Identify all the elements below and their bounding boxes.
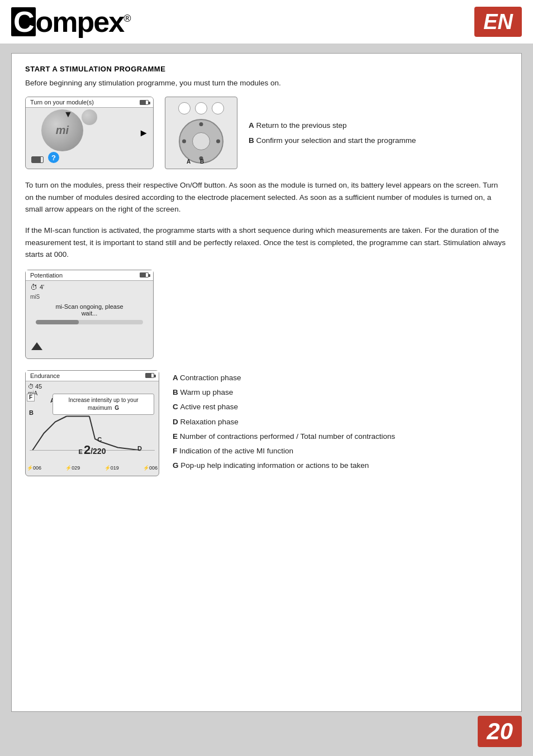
endurance-slash: /220 — [91, 447, 106, 456]
desc-b-line: B Confirm your selection and start the p… — [249, 135, 508, 147]
endurance-number: 2 — [84, 443, 91, 457]
desc-b-letter: B — [249, 136, 254, 145]
bottom-val-4: ⚡006 — [143, 465, 158, 471]
miscan-battery-icon — [140, 272, 149, 277]
miscan-body: ⏱ 4' miS mi-Scan ongoing, please wait... — [26, 281, 153, 355]
phase-item-b: B Warm up phase — [173, 387, 508, 398]
top-circles — [178, 102, 224, 114]
waveform-container: B — [27, 408, 158, 458]
ctrl-label-a: A — [187, 159, 191, 165]
module-label: mi — [56, 124, 69, 137]
question-icon: ? — [48, 152, 59, 163]
page-number: 20 — [478, 716, 522, 747]
phase-item-e: E Number of contractions performed / Tot… — [173, 431, 508, 442]
logo: Compex® — [11, 7, 130, 36]
miscan-text1: mi-Scan ongoing, please — [30, 303, 149, 310]
phase-text-c: Active rest phase — [180, 403, 239, 411]
device-row: Turn on your module(s) mi ? ► ▼ — [25, 97, 508, 169]
phase-item-a: A Contraction phase — [173, 372, 508, 384]
phase-letter-c: C — [173, 403, 180, 411]
miscan-screen: Potentiation ⏱ 4' miS mi-Scan ongoing, p… — [25, 270, 154, 359]
body-para-2: If the MI-scan function is activated, th… — [25, 224, 508, 261]
endurance-row: Endurance ⏱ 45 miA F A — [25, 370, 508, 476]
endurance-title: Endurance — [30, 372, 60, 379]
top-circle-3 — [212, 102, 224, 114]
bottom-val-1: ⚡006 — [27, 465, 41, 471]
d-label-waveform: D — [137, 445, 142, 452]
desc-b-text: Confirm your selection and start the pro… — [256, 136, 416, 145]
phase-item-g: G Pop-up help indicating information or … — [173, 460, 508, 471]
phase-text-g: Pop-up help indicating information or ac… — [180, 461, 369, 470]
control-screen: A B — [165, 97, 237, 169]
phase-letter-e: E — [173, 432, 180, 441]
phase-text-a: Contraction phase — [180, 374, 241, 382]
logo-text: Compex® — [11, 6, 130, 38]
phase-letter-g: G — [173, 461, 180, 470]
desc-a-line: A Return to the previous step — [249, 119, 508, 132]
phase-letter-a: A — [173, 374, 180, 382]
module-device-screen: Turn on your module(s) mi ? ► ▼ — [25, 97, 154, 169]
battery-level-box — [31, 156, 44, 163]
device-label: Turn on your module(s) — [30, 99, 94, 106]
phase-text-e: Number of contractions performed / Total… — [180, 432, 395, 441]
center-button — [192, 132, 210, 150]
arrow-down: ▼ — [64, 109, 73, 119]
endurance-popup-text1: Increase intensity up to your — [68, 397, 138, 403]
miscan-timer-icon: ⏱ — [30, 283, 37, 291]
top-circle-1 — [178, 102, 191, 114]
endurance-screen: Endurance ⏱ 45 miA F A — [25, 370, 159, 476]
top-circle-2 — [195, 102, 207, 114]
phase-text-d: Relaxation phase — [180, 418, 239, 426]
phase-text-b: Warm up phase — [180, 388, 234, 396]
nav-dot-top — [199, 122, 203, 126]
miscan-arrow-triangle — [31, 342, 42, 350]
nav-dot-right — [216, 140, 220, 143]
nav-ring — [179, 119, 223, 164]
header: Compex® EN — [0, 0, 533, 44]
phase-letter-f: F — [173, 447, 179, 455]
desc-a-letter: A — [249, 121, 254, 130]
e-number-area: E 2 /220 — [79, 443, 106, 457]
battery-icon — [140, 100, 149, 105]
nav-area: A B — [179, 119, 223, 164]
endurance-timer: 45 — [35, 383, 42, 390]
endurance-timer-icon: ⏱ — [28, 383, 34, 390]
ab-description: A Return to the previous step B Confirm … — [249, 119, 508, 147]
module-top-accessory — [82, 109, 97, 125]
miscan-title: Potentiation — [30, 272, 63, 279]
page-wrapper: Compex® EN START A STIMULATION PROGRAMME… — [0, 0, 533, 756]
bottom-val-3: ⚡019 — [104, 465, 119, 471]
section-title: START A STIMULATION PROGRAMME — [25, 65, 508, 73]
miscan-text2: wait... — [30, 310, 149, 317]
arrow-right: ► — [139, 127, 149, 139]
module-circle: mi — [41, 109, 83, 151]
miscan-progress-fill — [36, 320, 79, 324]
logo-c-letter: C — [11, 7, 36, 36]
battery-level-fill — [32, 157, 41, 162]
bottom-values-row: ⚡006 ⚡029 ⚡019 ⚡006 — [27, 465, 158, 471]
c-label-waveform: C — [97, 436, 102, 443]
phase-item-d: D Relaxation phase — [173, 417, 508, 428]
content-box: START A STIMULATION PROGRAMME Before beg… — [11, 53, 522, 712]
miscan-timer: 4' — [40, 284, 44, 290]
miscan-screen-header: Potentiation — [26, 270, 153, 281]
desc-a-text: Return to the previous step — [256, 121, 347, 130]
miscan-progress — [36, 320, 143, 324]
body-para-1: To turn on the modules, press their resp… — [25, 179, 508, 216]
endurance-timer-row: ⏱ 45 — [28, 383, 42, 390]
miscan-row: ⏱ 4' — [30, 283, 149, 291]
endurance-f-label: F — [27, 394, 35, 401]
lang-badge: EN — [474, 7, 522, 37]
e-label: E — [79, 448, 83, 455]
endurance-screen-header: Endurance — [26, 371, 159, 381]
bottom-val-2: ⚡029 — [65, 465, 80, 471]
phase-item-f: F Indication of the active MI function — [173, 446, 508, 457]
nav-dot-left — [182, 140, 186, 143]
phase-item-c: C Active rest phase — [173, 401, 508, 413]
intro-text: Before beginning any stimulation program… — [25, 78, 508, 89]
endurance-body: ⏱ 45 miA F A Increase intensity up to yo… — [26, 381, 159, 472]
device-screen-title: Turn on your module(s) — [26, 97, 153, 108]
phase-text-f: Indication of the active MI function — [179, 447, 293, 455]
phase-list: A Contraction phase B Warm up phase C Ac… — [173, 370, 508, 472]
b-label-waveform: B — [29, 409, 34, 416]
